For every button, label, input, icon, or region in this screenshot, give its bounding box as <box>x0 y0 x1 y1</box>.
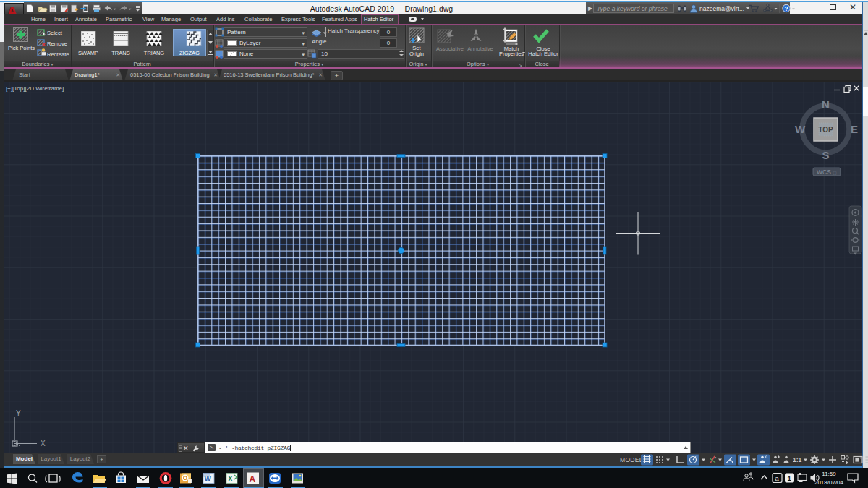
svg-text:1: 1 <box>788 474 792 482</box>
svg-text:W: W <box>205 475 212 483</box>
svg-text:W: W <box>795 123 806 135</box>
svg-text:TOP: TOP <box>818 126 833 134</box>
svg-text:[−][Top][2D Wireframe]: [−][Top][2D Wireframe] <box>6 85 64 92</box>
svg-text:X: X <box>41 440 46 448</box>
svg-text:a: a <box>775 474 780 482</box>
svg-text:Y: Y <box>16 409 21 417</box>
svg-text:E: E <box>851 123 858 135</box>
svg-text:1:1: 1:1 <box>793 456 802 463</box>
svg-text:X: X <box>228 475 233 483</box>
svg-text:N: N <box>822 98 830 111</box>
svg-text:?: ? <box>784 5 788 12</box>
svg-text:S: S <box>822 149 829 161</box>
svg-text:A: A <box>250 474 256 484</box>
